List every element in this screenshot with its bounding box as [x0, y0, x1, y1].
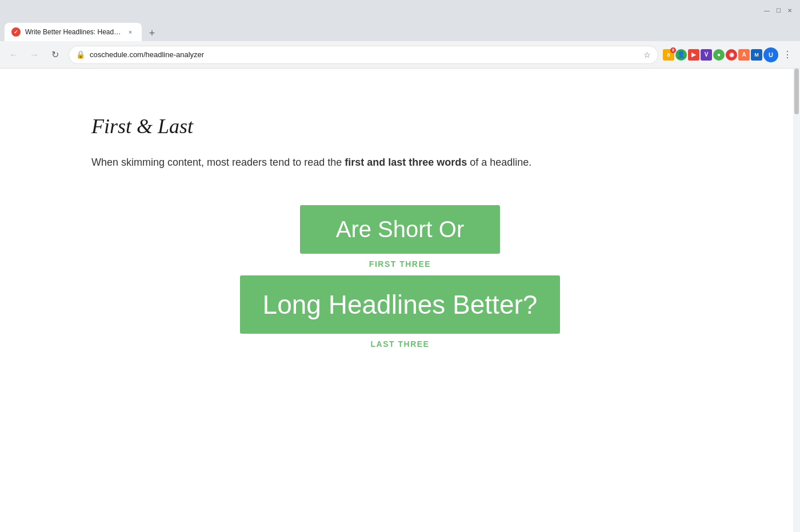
url-text: coschedule.com/headline-analyzer: [90, 50, 639, 59]
first-three-box: Are Short Or: [300, 205, 500, 254]
last-three-box: Long Headlines Better?: [240, 275, 561, 334]
last-three-label: LAST THREE: [371, 339, 430, 349]
toolbar: ← → ↻ 🔒 coschedule.com/headline-analyzer…: [0, 41, 800, 69]
browser-frame: — ☐ ✕ ✓ Write Better Headlines: Headline…: [0, 0, 800, 532]
back-icon: ←: [9, 50, 18, 60]
tab-close-button[interactable]: ×: [126, 27, 135, 37]
description-paragraph: When skimming content, most readers tend…: [91, 154, 606, 171]
ext-icon-6[interactable]: ◉: [726, 49, 737, 61]
lock-icon: 🔒: [76, 50, 85, 59]
description-prefix: When skimming content, most readers tend…: [91, 157, 345, 168]
tabs-bar: ✓ Write Better Headlines: Headline × +: [0, 21, 800, 41]
chrome-menu-button[interactable]: ⋮: [779, 47, 795, 63]
ext-icon-5[interactable]: ●: [713, 49, 725, 61]
section-title: First & Last: [91, 114, 709, 138]
reload-button[interactable]: ↻: [46, 46, 64, 64]
window-controls: — ☐ ✕: [763, 7, 793, 14]
tab-title: Write Better Headlines: Headline: [25, 28, 121, 36]
active-tab[interactable]: ✓ Write Better Headlines: Headline ×: [5, 23, 142, 41]
scroll-area: First & Last When skimming content, most…: [0, 69, 800, 532]
first-three-label: FIRST THREE: [369, 259, 431, 269]
first-three-container: Are Short Or FIRST THREE: [300, 205, 500, 269]
ext-icon-8[interactable]: M: [751, 49, 762, 61]
forward-button[interactable]: →: [25, 46, 43, 64]
close-window-button[interactable]: ✕: [786, 7, 793, 14]
scroll-thumb[interactable]: [794, 69, 799, 114]
toolbar-actions: 8 8 👤 ▶ V ● ◉ A M U ⋮: [663, 47, 795, 63]
ext-icon-7[interactable]: A: [738, 49, 750, 61]
first-three-text: Are Short Or: [336, 217, 465, 242]
title-bar: — ☐ ✕: [0, 0, 800, 21]
reload-icon: ↻: [51, 49, 59, 60]
star-icon[interactable]: ☆: [643, 50, 651, 59]
ext-icon-4[interactable]: V: [701, 49, 712, 61]
last-three-text: Long Headlines Better?: [263, 289, 538, 320]
extensions-area: 8 8 👤 ▶ V ● ◉ A M: [663, 47, 762, 63]
ext-icon-3[interactable]: ▶: [688, 49, 699, 61]
menu-dots-icon: ⋮: [783, 49, 793, 60]
headline-display: Are Short Or FIRST THREE Long Headlines …: [91, 205, 709, 349]
ext-icon-1[interactable]: 8 8: [663, 49, 674, 61]
ext-icon-2[interactable]: 👤: [675, 49, 687, 61]
scroll-track[interactable]: [793, 69, 800, 532]
description-bold: first and last three words: [345, 157, 467, 168]
last-three-container: Long Headlines Better? LAST THREE: [240, 275, 561, 349]
description-suffix: of a headline.: [467, 157, 531, 168]
maximize-button[interactable]: ☐: [775, 7, 782, 14]
back-button[interactable]: ←: [5, 46, 23, 64]
tab-favicon: ✓: [11, 27, 21, 37]
profile-avatar[interactable]: U: [763, 47, 778, 62]
address-bar[interactable]: 🔒 coschedule.com/headline-analyzer ☆: [69, 46, 658, 64]
forward-icon: →: [30, 50, 39, 60]
new-tab-button[interactable]: +: [144, 25, 160, 41]
minimize-button[interactable]: —: [763, 7, 770, 14]
page-content: First & Last When skimming content, most…: [0, 69, 800, 532]
